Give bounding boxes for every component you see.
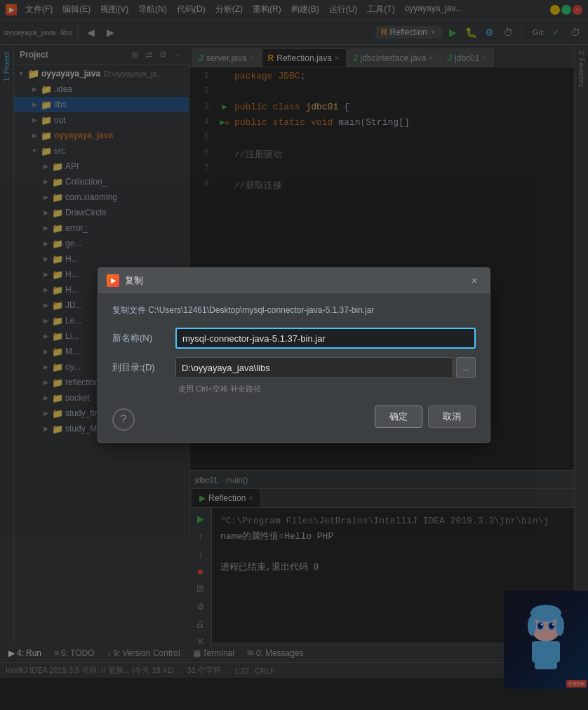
dialog-dest-label: 到目录:(D): [112, 361, 175, 374]
dialog-hint: 使用 Ctrl+空格 补全路径: [178, 384, 476, 394]
dialog-body: 复制文件 C:\Users\12461\Desktop\mysql-connec…: [98, 293, 490, 442]
dialog-file-path: 复制文件 C:\Users\12461\Desktop\mysql-connec…: [112, 304, 476, 316]
dialog-title: 复制: [125, 274, 467, 287]
dialog-new-name-input[interactable]: [175, 328, 476, 349]
dialog-dest-row: 到目录:(D) D:\oyyayaya_java\libs ...: [112, 357, 476, 378]
dialog-cancel-button[interactable]: 取消: [428, 406, 476, 428]
dialog-buttons: 确定 取消: [143, 406, 476, 428]
dialog-overlay: ▶ 复制 × 复制文件 C:\Users\12461\Desktop\mysql…: [0, 0, 588, 710]
dialog-file-path-value: C:\Users\12461\Desktop\mysql-connector-j…: [148, 305, 374, 315]
dialog-file-label: 复制文件: [112, 305, 146, 315]
dialog-app-icon: ▶: [107, 274, 119, 287]
copy-dialog: ▶ 复制 × 复制文件 C:\Users\12461\Desktop\mysql…: [98, 267, 490, 443]
dialog-dest-select[interactable]: D:\oyyayaya_java\libs: [175, 357, 453, 378]
dialog-title-bar: ▶ 复制 ×: [98, 268, 490, 293]
dialog-close-button[interactable]: ×: [467, 274, 481, 288]
dialog-confirm-button[interactable]: 确定: [375, 406, 422, 428]
dialog-new-name-label: 新名称(N): [112, 332, 175, 344]
dialog-dest-container: D:\oyyayaya_java\libs ...: [175, 357, 476, 378]
dialog-new-name-row: 新名称(N): [112, 328, 476, 349]
dialog-browse-button[interactable]: ...: [456, 357, 476, 378]
dialog-help-button[interactable]: ?: [112, 408, 135, 431]
